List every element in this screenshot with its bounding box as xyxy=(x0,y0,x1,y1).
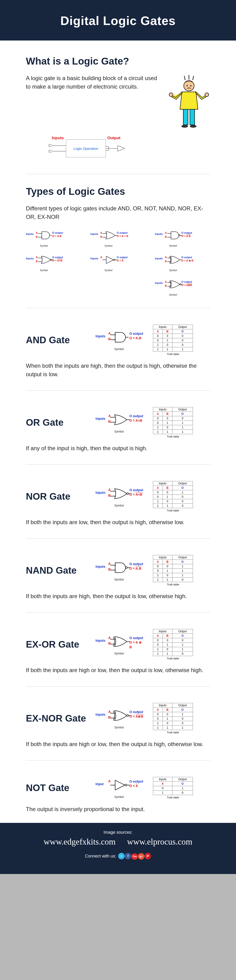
mini-gate-nor: Inputs A B O outputO = A+B Symbol xyxy=(26,255,81,272)
svg-point-4 xyxy=(187,85,188,86)
divider xyxy=(26,760,210,760)
mini-gate-xor: Inputs A B O outputO = A ⊕ B Symbol xyxy=(155,255,210,272)
svg-rect-9 xyxy=(190,109,195,125)
gate-section-nand: NAND Gate Inputs A B O outputO = A.B Sym… xyxy=(26,555,210,612)
image-sources: www.edgefxkits.com www.elprocus.com xyxy=(0,837,236,847)
truth-table-and: InputsOutput ABO000010100111 Truth table xyxy=(153,325,193,355)
source-link-2[interactable]: www.elprocus.com xyxy=(127,837,192,846)
svg-point-57 xyxy=(127,714,129,716)
content-area: What is a Logic Gate? A logic gate is a … xyxy=(0,41,236,823)
divider xyxy=(26,390,210,391)
gate-description: If both the inputs are high, then the ou… xyxy=(26,592,210,600)
svg-point-36 xyxy=(179,284,181,285)
intro-row: A logic gate is a basic building block o… xyxy=(26,74,210,129)
gate-title: EX-NOR Gate xyxy=(26,713,87,724)
gate-symbol-and: Inputs A B O outputO = A.B Symbol xyxy=(97,329,144,351)
googleplus-icon[interactable]: g+ xyxy=(138,853,144,860)
gate-symbol-not: Input A O outputO = A Symbol xyxy=(97,777,144,799)
logic-box-text: Logic Operation xyxy=(66,140,106,158)
gate-symbol-or: Inputs A B O outputO = A+B Symbol xyxy=(97,412,144,433)
footer: Image sources: www.edgefxkits.com www.el… xyxy=(0,823,236,874)
types-heading: Types of Logic Gates xyxy=(26,186,210,197)
svg-line-0 xyxy=(184,76,185,80)
gate-section-or: OR Gate Inputs A B O outputO = A+B Symbo… xyxy=(26,407,210,465)
image-sources-label: Image sources: xyxy=(0,830,236,835)
mini-gate-not: Inputs A O outputO = A Symbol xyxy=(90,255,146,272)
twitter-icon[interactable]: t xyxy=(118,853,125,859)
gate-description: If any of the input is high, then the ou… xyxy=(26,444,210,453)
svg-marker-15 xyxy=(118,146,125,151)
facebook-icon[interactable]: f xyxy=(125,853,131,859)
truth-table-or: InputsOutput ABO000011101111 Truth table xyxy=(153,407,193,438)
svg-point-5 xyxy=(190,85,192,86)
mini-gate-xnor: Inputs A B O outputO = A⊕B Symbol xyxy=(155,280,210,296)
source-link-1[interactable]: www.edgefxkits.com xyxy=(44,837,116,846)
divider xyxy=(26,612,210,612)
gate-description: If both the inputs are low, then the out… xyxy=(26,518,210,527)
gate-description: The output is inversely proportional to … xyxy=(26,805,210,813)
connect-label: Connect with us: xyxy=(85,854,116,859)
mini-gate-or: Inputs A B O outputO = A + B Symbol xyxy=(90,231,146,247)
svg-point-50 xyxy=(125,566,127,568)
svg-point-30 xyxy=(114,259,115,261)
mini-gate-nand: Inputs A B O outputO = A.B Symbol xyxy=(155,231,210,247)
svg-point-11 xyxy=(190,125,196,128)
gate-section-xnor: EX-NOR Gate Inputs A B O outputO = A⊕B S… xyxy=(26,703,210,760)
intro-heading: What is a Logic Gate? xyxy=(26,56,210,67)
youtube-icon[interactable]: You xyxy=(131,853,138,860)
intro-body: A logic gate is a basic building block o… xyxy=(26,74,161,91)
divider xyxy=(26,308,210,308)
gate-description: If both the inputs are high or low, then… xyxy=(26,740,210,748)
svg-point-10 xyxy=(181,125,188,128)
truth-table-xnor: InputsOutput ABO001010100111 Truth table xyxy=(153,703,193,734)
svg-line-2 xyxy=(193,76,194,80)
gate-section-and: AND Gate Inputs A B O outputO = A.B Symb… xyxy=(26,325,210,391)
svg-point-7 xyxy=(205,93,209,97)
gate-symbol-xor: Inputs A B O outputO = A ⊕ B Symbol xyxy=(97,634,144,655)
gate-symbol-nor: Inputs A B O outputO = A+B Symbol xyxy=(97,486,144,507)
svg-rect-8 xyxy=(183,109,188,125)
gate-description: When both the inputs are high, then the … xyxy=(26,362,210,379)
infographic-page: Digital Logic Gates What is a Logic Gate… xyxy=(0,0,236,874)
pinterest-icon[interactable]: P xyxy=(144,853,151,859)
truth-table-not: InputsOutput AO0110 Truth table xyxy=(153,777,193,799)
gate-title: NOT Gate xyxy=(26,783,87,793)
gate-title: AND Gate xyxy=(26,335,87,345)
gate-symbol-nand: Inputs A B O outputO = A.B Symbol xyxy=(97,560,144,581)
svg-point-46 xyxy=(127,493,129,495)
gate-title: NOR Gate xyxy=(26,491,87,502)
truth-table-nand: InputsOutput ABO001011101110 Truth table xyxy=(153,555,193,586)
svg-point-22 xyxy=(179,235,180,236)
gate-section-nor: NOR Gate Inputs A B O outputO = A+B Symb… xyxy=(26,481,210,539)
svg-point-61 xyxy=(125,784,127,786)
svg-point-6 xyxy=(169,93,173,97)
gate-description: If both the inputs are high or low, then… xyxy=(26,666,210,675)
gate-title: EX-OR Gate xyxy=(26,639,87,650)
logic-operation-diagram: Inputs Output Logic Operation xyxy=(35,136,210,162)
truth-table-nor: InputsOutput ABO001010100110 Truth table xyxy=(153,481,193,512)
mini-gate-and: Inputs A B O outputO = A.B Symbol xyxy=(26,231,81,247)
gate-symbol-xnor: Inputs A B O outputO = A⊕B Symbol xyxy=(97,708,144,729)
divider xyxy=(26,174,210,174)
gate-title: NAND Gate xyxy=(26,565,87,576)
mini-gate-grid: Inputs A B O outputO = A.B Symbol Inputs… xyxy=(26,231,210,296)
divider xyxy=(26,538,210,539)
gate-section-not: NOT Gate Input A O outputO = A Symbol In… xyxy=(26,777,210,813)
svg-point-26 xyxy=(50,259,52,261)
connect-row: Connect with us: tfYoug+P xyxy=(0,853,236,860)
gate-title: OR Gate xyxy=(26,417,87,428)
types-body: Different types of logic gates include A… xyxy=(26,204,210,221)
gate-section-xor: EX-OR Gate Inputs A B O outputO = A ⊕ B … xyxy=(26,629,210,686)
truth-table-xor: InputsOutput ABO000011101110 Truth table xyxy=(153,629,193,660)
page-title: Digital Logic Gates xyxy=(0,14,236,28)
header-bar: Digital Logic Gates xyxy=(0,0,236,41)
shrug-person-illustration xyxy=(168,74,210,129)
